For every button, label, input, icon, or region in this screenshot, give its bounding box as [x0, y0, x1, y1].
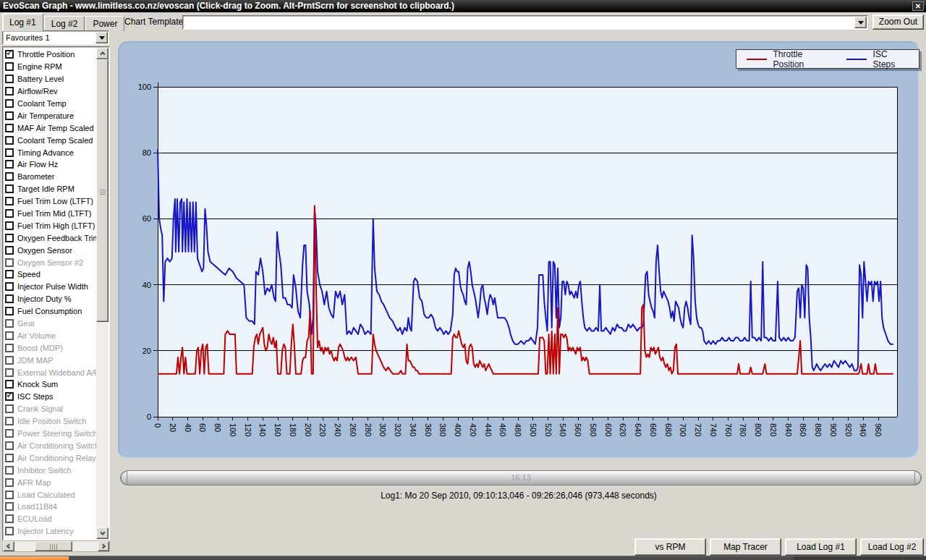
checkbox-icon[interactable] [5, 356, 14, 365]
list-item-airflow-rev[interactable]: Airflow/Rev [5, 85, 96, 98]
list-item-fuel-trim-high-ltft[interactable]: Fuel Trim High (LTFT) [5, 219, 96, 232]
chart-template-input[interactable] [184, 17, 853, 28]
checkbox-icon[interactable] [5, 380, 14, 389]
list-item-fuel-trim-mid-ltft[interactable]: Fuel Trim Mid (LTFT) [5, 208, 96, 220]
list-item-idle-position-switch[interactable]: Idle Position Switch [5, 415, 96, 428]
scroll-down-button[interactable] [96, 527, 109, 539]
checkbox-icon[interactable] [5, 307, 14, 315]
load-log-1-button[interactable]: Load Log #1 [785, 538, 857, 556]
checkbox-icon[interactable] [5, 466, 14, 475]
chart-template-dropdown-button[interactable] [854, 17, 867, 28]
checkbox-icon[interactable] [5, 294, 14, 303]
checkbox-icon[interactable] [5, 319, 14, 328]
list-item-coolant-temp-scaled[interactable]: Coolant Temp Scaled [5, 134, 96, 146]
list-item-power-steering-switch[interactable]: Power Steering Switch [5, 428, 96, 440]
list-item-oxygen-feedback-trim[interactable]: Oxygen Feedback Trim [5, 232, 96, 244]
list-item-jdm-map[interactable]: JDM MAP [5, 354, 96, 366]
zoom-out-button[interactable]: Zoom Out [872, 14, 924, 30]
chart-template-combobox[interactable] [182, 15, 868, 30]
checkbox-icon[interactable] [5, 429, 14, 438]
list-item-air-flow-hz[interactable]: Air Flow Hz [5, 158, 96, 171]
vertical-scroll-thumb[interactable] [96, 59, 109, 322]
checkbox-icon[interactable] [5, 75, 14, 83]
checkbox-icon[interactable] [5, 111, 14, 120]
list-item-ecuload[interactable]: ECULoad [5, 513, 96, 525]
checkbox-icon[interactable] [5, 87, 14, 96]
close-icon[interactable]: ✕ [912, 1, 924, 11]
zoom-range-slider[interactable]: 16:13 [120, 470, 922, 485]
list-item-air-conditioning-switch[interactable]: Air Conditioning Switch [5, 440, 96, 452]
checkbox-icon[interactable] [5, 417, 14, 425]
favourites-combobox[interactable]: Favourites 1 [2, 30, 109, 45]
checkbox-checked-icon[interactable]: ✓ [5, 50, 14, 59]
checkbox-icon[interactable] [5, 270, 14, 279]
checkbox-icon[interactable] [5, 282, 14, 291]
favourites-dropdown-button[interactable] [95, 32, 108, 43]
list-item-afr-map[interactable]: AFR Map [5, 476, 96, 488]
scroll-up-button[interactable] [96, 48, 109, 59]
plot-area[interactable] [158, 87, 897, 417]
checkbox-icon[interactable] [5, 502, 14, 511]
checkbox-checked-icon[interactable]: ✓ [5, 392, 14, 401]
list-item-coolant-temp[interactable]: Coolant Temp [5, 98, 96, 110]
list-item-fuel-consumption[interactable]: Fuel Consumption [5, 305, 96, 318]
checkbox-icon[interactable] [5, 246, 14, 255]
checkbox-icon[interactable] [5, 124, 14, 132]
checkbox-icon[interactable] [5, 491, 14, 499]
checkbox-icon[interactable] [5, 331, 14, 340]
checkbox-icon[interactable] [5, 172, 14, 181]
vertical-scrollbar[interactable] [96, 48, 109, 539]
scroll-right-button[interactable] [98, 541, 109, 551]
vs-rpm-button[interactable]: vs RPM [634, 538, 706, 556]
list-item-throttle-position[interactable]: ✓Throttle Position [5, 48, 96, 61]
list-item-load-calculated[interactable]: Load Calculated [5, 488, 96, 501]
list-item-fuel-trim-low-ltft[interactable]: Fuel Trim Low (LTFT) [5, 195, 96, 208]
checkbox-icon[interactable] [5, 514, 14, 523]
list-item-target-idle-rpm[interactable]: Target Idle RPM [5, 183, 96, 195]
checkbox-icon[interactable] [5, 344, 14, 352]
list-item-gear[interactable]: Gear [5, 318, 96, 330]
checkbox-icon[interactable] [5, 184, 14, 193]
list-item-external-wideband-a-f[interactable]: External Wideband A/F [5, 366, 96, 378]
checkbox-icon[interactable] [5, 209, 14, 218]
checkbox-icon[interactable] [5, 99, 14, 108]
checkbox-icon[interactable] [5, 221, 14, 230]
list-item-air-volume[interactable]: Air Volume [5, 329, 96, 341]
checkbox-icon[interactable] [5, 368, 14, 377]
list-item-air-temperature[interactable]: Air Temperature [5, 109, 96, 122]
list-item-injector-duty[interactable]: Injector Duty % [5, 293, 96, 305]
checkbox-icon[interactable] [5, 454, 14, 462]
load-log-2-button[interactable]: Load Log #2 [860, 538, 924, 556]
tab-log-1[interactable]: Log #1 [2, 13, 43, 31]
list-item-battery-level[interactable]: Battery Level [5, 73, 96, 85]
list-item-barometer[interactable]: Barometer [5, 171, 96, 183]
horizontal-scrollbar[interactable] [2, 540, 110, 552]
horizontal-scroll-thumb[interactable] [35, 541, 72, 551]
list-item-load11bit4[interactable]: Load11Bit4 [5, 501, 96, 513]
list-item-injector-latency[interactable]: Injector Latency [5, 525, 96, 538]
list-item-oxygen-sensor-2[interactable]: Oxygen Sensor #2 [5, 256, 96, 268]
list-item-knock-sum[interactable]: Knock Sum [5, 378, 96, 391]
checkbox-icon[interactable] [5, 62, 14, 71]
list-item-maf-air-temp-scaled[interactable]: MAF Air Temp Scaled [5, 122, 96, 134]
checkbox-icon[interactable] [5, 234, 14, 242]
checkbox-icon[interactable] [5, 441, 14, 450]
map-tracer-button[interactable]: Map Tracer [710, 538, 781, 556]
checkbox-icon[interactable] [5, 148, 14, 157]
checkbox-icon[interactable] [5, 404, 14, 413]
checkbox-icon[interactable] [5, 527, 14, 535]
checkbox-icon[interactable] [5, 160, 14, 169]
list-item-engine-rpm[interactable]: Engine RPM [5, 61, 96, 73]
list-item-air-conditioning-relay[interactable]: Air Conditioning Relay [5, 451, 96, 464]
list-item-timing-advance[interactable]: Timing Advance [5, 146, 96, 158]
tab-power[interactable]: Power [85, 16, 124, 31]
list-item-oxygen-sensor[interactable]: Oxygen Sensor [5, 244, 96, 256]
scroll-left-button[interactable] [3, 541, 14, 551]
list-item-crank-signal[interactable]: Crank Signal [5, 403, 96, 415]
list-item-isc-steps[interactable]: ✓ISC Steps [5, 391, 96, 403]
checkbox-icon[interactable] [5, 478, 14, 487]
list-item-injector-pulse-width[interactable]: Injector Pulse Width [5, 281, 96, 293]
tab-log-2[interactable]: Log #2 [44, 16, 85, 31]
taskbar-active-item[interactable] [0, 556, 69, 560]
checkbox-icon[interactable] [5, 197, 14, 205]
